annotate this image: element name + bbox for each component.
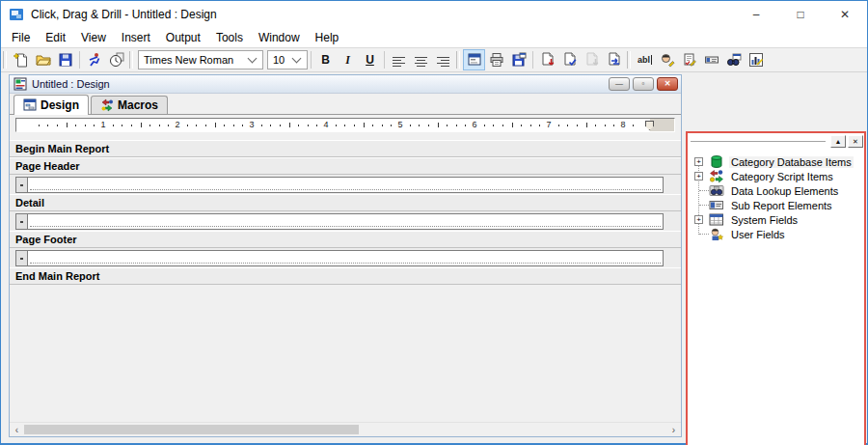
band-row[interactable] — [10, 211, 681, 231]
ruler-tick — [465, 125, 466, 126]
user-field-tool-button[interactable] — [656, 49, 678, 70]
toolbar: Times New Roman 10 B I U — [1, 47, 867, 72]
document-close-button[interactable]: ✕ — [657, 77, 678, 91]
open-button[interactable] — [32, 49, 54, 70]
ruler-tick — [187, 125, 188, 126]
expand-plus-icon[interactable]: + — [694, 157, 703, 166]
field-element-tool-button[interactable] — [700, 49, 722, 70]
ruler-number: 3 — [249, 120, 254, 129]
font-family-select[interactable]: Times New Roman — [138, 50, 263, 70]
text-label-tool-button[interactable]: abl — [634, 49, 656, 70]
band-header-page-header[interactable]: Page Header — [10, 157, 681, 175]
save-layout-button[interactable] — [507, 49, 529, 70]
ruler-tick — [372, 125, 373, 126]
menu-bar: FileEditViewInsertOutputToolsWindowHelp — [1, 28, 867, 47]
script-icon — [709, 169, 725, 183]
ruler-tick — [633, 125, 634, 126]
ruler-tick — [456, 125, 457, 126]
ruler-tick — [493, 125, 494, 126]
toolbar-grip[interactable] — [456, 51, 460, 69]
design-view-button[interactable] — [463, 49, 485, 70]
tree-item-data-lookup-elements[interactable]: Data Lookup Elements — [693, 183, 864, 198]
align-right-icon — [437, 55, 449, 66]
run-report-button[interactable] — [83, 49, 105, 70]
toolbar-grip[interactable] — [627, 51, 631, 69]
minimize-button[interactable]: – — [734, 1, 778, 28]
band-row-handle[interactable] — [15, 177, 28, 193]
band-row-handle[interactable] — [15, 250, 28, 266]
italic-button[interactable]: I — [337, 49, 359, 70]
field-palette-panel: ▲ ✕ Category Database Items + Category S… — [686, 131, 866, 445]
menu-help[interactable]: Help — [308, 29, 347, 46]
maximize-button[interactable]: □ — [778, 1, 823, 28]
align-center-button[interactable] — [410, 49, 432, 70]
ruler-tick — [316, 125, 317, 126]
menu-view[interactable]: View — [73, 29, 114, 46]
ruler-tick — [391, 125, 392, 126]
underline-button[interactable]: U — [359, 49, 381, 70]
menu-file[interactable]: File — [4, 29, 38, 46]
bold-button[interactable]: B — [314, 49, 337, 70]
band-row-field[interactable] — [28, 213, 664, 230]
tree-item-user-fields[interactable]: User Fields — [693, 227, 864, 241]
menu-output[interactable]: Output — [158, 29, 208, 46]
ruler-tick — [280, 125, 281, 126]
find-element-tool-button[interactable] — [722, 49, 745, 70]
toolbar-grip[interactable] — [3, 51, 7, 69]
schedule-button[interactable] — [105, 49, 127, 70]
ruler-tick — [613, 125, 614, 126]
app-window: Click, Drag & Drill - Untitled : Design … — [0, 0, 868, 445]
band-row-field[interactable] — [28, 177, 664, 193]
expand-plus-icon[interactable]: + — [694, 215, 703, 224]
ruler-tick — [410, 125, 411, 126]
tree-item-sub-report-elements[interactable]: Sub Report Elements — [693, 198, 864, 212]
palette-close-button[interactable]: ✕ — [848, 135, 863, 148]
band-header-end-main-report[interactable]: End Main Report — [10, 267, 681, 285]
ruler-tick — [205, 125, 206, 126]
verify-document-button[interactable] — [558, 49, 581, 70]
print-preview-button[interactable] — [485, 49, 507, 70]
import-document-button[interactable] — [603, 49, 625, 70]
tree-item-label: Category Script Items — [729, 171, 835, 182]
ruler-tick — [131, 125, 132, 126]
horizontal-scrollbar[interactable]: ‹ › — [10, 422, 681, 436]
scrollbar-thumb[interactable] — [24, 425, 359, 434]
band-header-begin-main-report[interactable]: Begin Main Report — [10, 140, 681, 157]
band-row[interactable] — [10, 248, 681, 267]
menu-tools[interactable]: Tools — [208, 29, 251, 46]
close-button[interactable]: ✕ — [823, 1, 867, 28]
band-header-detail[interactable]: Detail — [10, 194, 681, 211]
menu-edit[interactable]: Edit — [38, 29, 73, 46]
align-left-button[interactable] — [388, 49, 410, 70]
tree-connector — [699, 234, 709, 235]
tree-item-category-database-items[interactable]: Category Database Items + — [693, 154, 864, 169]
tab-design[interactable]: Design — [14, 95, 89, 115]
toolbar-grip[interactable] — [129, 51, 133, 69]
tree-item-system-fields[interactable]: System Fields + — [693, 212, 864, 227]
menu-window[interactable]: Window — [251, 29, 308, 46]
menu-insert[interactable]: Insert — [114, 29, 158, 46]
script-edit-tool-button[interactable] — [678, 49, 700, 70]
export-disabled-button[interactable] — [581, 49, 603, 70]
tree-item-category-script-items[interactable]: Category Script Items + — [693, 169, 864, 183]
band-row-field[interactable] — [28, 250, 664, 266]
document-restore-button[interactable]: ▫ — [633, 77, 654, 91]
palette-collapse-button[interactable]: ▲ — [830, 135, 846, 148]
expand-plus-icon[interactable]: + — [694, 172, 703, 181]
document-minimize-button[interactable]: — — [609, 77, 630, 91]
tab-macros[interactable]: Macros — [91, 96, 168, 114]
palette-drag-handle[interactable] — [691, 139, 826, 142]
new-report-button[interactable] — [10, 49, 32, 70]
band-header-page-footer[interactable]: Page Footer — [10, 231, 681, 248]
align-right-button[interactable] — [432, 49, 454, 70]
band-row-handle[interactable] — [15, 213, 28, 230]
italic-label: I — [345, 53, 350, 68]
scroll-left-arrow[interactable]: ‹ — [10, 423, 24, 437]
chart-tool-button[interactable] — [745, 49, 767, 70]
ruler-tick — [558, 125, 559, 126]
band-row[interactable] — [10, 175, 681, 194]
export-document-button[interactable] — [536, 49, 558, 70]
save-button[interactable] — [54, 49, 76, 70]
font-size-select[interactable]: 10 — [267, 50, 308, 70]
scroll-right-arrow[interactable]: › — [666, 423, 681, 437]
